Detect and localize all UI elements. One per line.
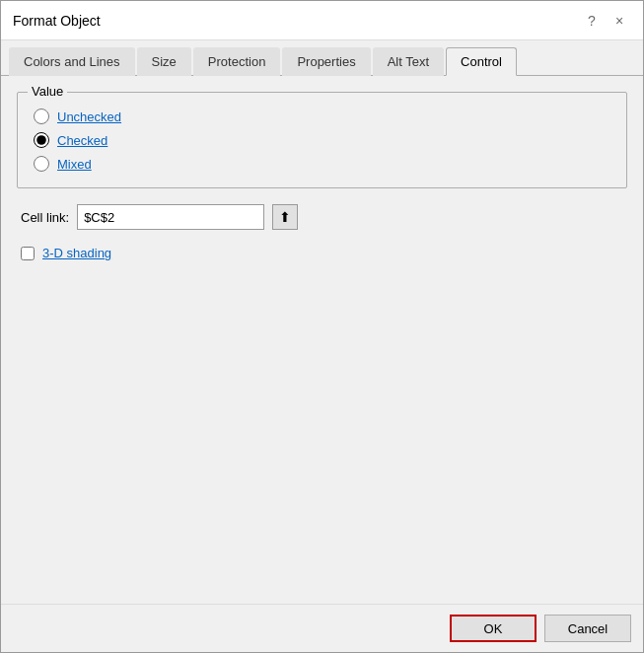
value-group-label: Value [28,84,67,99]
close-button[interactable]: × [608,9,631,33]
dialog-footer: OK Cancel [1,604,643,652]
dialog-title: Format Object [13,13,101,29]
radio-checked[interactable]: Checked [34,132,610,148]
value-radio-group: Unchecked Checked Mixed [34,109,610,172]
shading-label: 3-D shading [42,246,111,260]
help-button[interactable]: ? [580,9,604,33]
radio-unchecked[interactable]: Unchecked [34,109,610,124]
radio-unchecked-input[interactable] [34,109,49,124]
tab-properties[interactable]: Properties [282,47,370,76]
tab-colors-lines[interactable]: Colors and Lines [9,47,135,76]
tab-content: Value Unchecked Checked Mixed Cell link: [1,76,643,604]
tab-control[interactable]: Control [446,47,517,76]
content-spacer [17,260,627,588]
tab-alt-text[interactable]: Alt Text [373,47,444,76]
title-bar-left: Format Object [13,13,101,29]
title-bar: Format Object ? × [1,1,643,40]
radio-mixed[interactable]: Mixed [34,156,610,172]
collapse-icon: ⬆ [279,209,291,225]
format-object-dialog: Format Object ? × Colors and Lines Size … [0,0,644,653]
ok-button[interactable]: OK [450,615,537,642]
radio-mixed-label: Mixed [57,157,92,172]
radio-mixed-input[interactable] [34,156,49,172]
tab-size[interactable]: Size [137,47,191,76]
title-bar-right: ? × [580,9,631,33]
tab-bar: Colors and Lines Size Protection Propert… [1,40,643,76]
cell-link-row: Cell link: ⬆ [17,204,627,230]
tab-protection[interactable]: Protection [193,47,281,76]
shading-row: 3-D shading [17,246,627,260]
cancel-button[interactable]: Cancel [544,615,631,642]
cell-link-collapse-button[interactable]: ⬆ [272,204,298,230]
radio-checked-input[interactable] [34,132,49,148]
cell-link-label: Cell link: [21,210,69,225]
radio-unchecked-label: Unchecked [57,109,121,124]
radio-checked-label: Checked [57,133,107,148]
value-group: Value Unchecked Checked Mixed [17,92,627,188]
shading-checkbox[interactable] [21,247,35,260]
cell-link-input[interactable] [77,204,264,230]
